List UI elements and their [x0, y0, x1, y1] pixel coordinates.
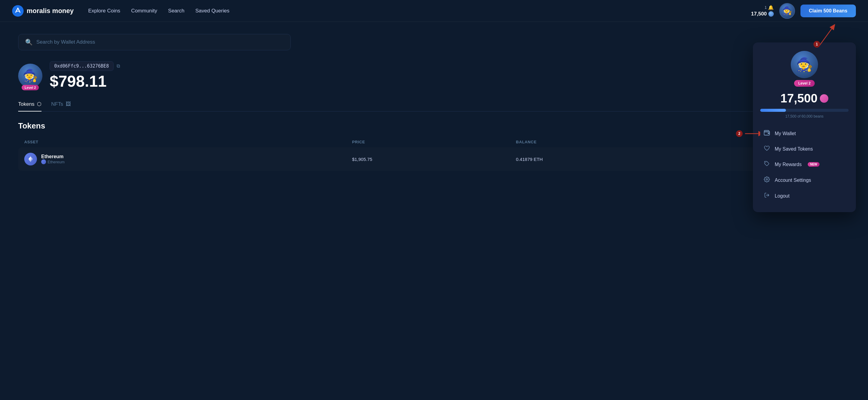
avatar-emoji: 🧙 — [782, 6, 792, 16]
nav-explore-coins[interactable]: Explore Coins — [88, 8, 120, 14]
progress-bar-container — [760, 109, 848, 112]
progress-label: 17,500 of 60,000 beans — [785, 114, 824, 118]
menu-item-my-rewards[interactable]: My Rewards NEW — [760, 157, 848, 172]
wallet-icon-svg — [764, 130, 770, 136]
nav-search[interactable]: Search — [168, 8, 184, 14]
tokens-label: Tokens — [18, 101, 34, 107]
account-settings-label: Account Settings — [775, 178, 811, 183]
wallet-info: 0xd06Ffc9...63276BE8 ⧉ $798.11 — [50, 61, 120, 90]
col-balance: BALANCE — [516, 140, 680, 144]
annotation-2-area: 2 — [736, 130, 760, 137]
logout-label: Logout — [775, 193, 789, 199]
logout-icon — [763, 193, 771, 199]
logo-text: moralis money — [27, 7, 73, 15]
claim-beans-button[interactable]: Claim 500 Beans — [801, 4, 856, 17]
beans-notification-count: 1 — [765, 5, 767, 10]
progress-bar-fill — [760, 109, 786, 112]
dropdown-avatar: 🧙 — [791, 51, 818, 78]
menu-item-logout[interactable]: Logout — [760, 188, 848, 204]
annotation-number-2: 2 — [736, 130, 743, 137]
search-placeholder: Search by Wallet Address — [36, 39, 95, 45]
header-right: 1 🔔 17,500 🧙 Claim 500 Beans — [751, 3, 856, 19]
asset-name: Ethereum — [41, 154, 64, 160]
menu-item-my-wallet[interactable]: 2 My Walle — [760, 126, 848, 141]
eth-svg — [27, 156, 34, 163]
my-wallet-label: My Wallet — [775, 131, 796, 136]
beans-notification: 1 🔔 — [765, 5, 774, 10]
main-nav: Explore Coins Community Search Saved Que… — [88, 8, 751, 14]
wallet-level-badge: Level 2 — [22, 85, 39, 90]
gear-icon — [763, 176, 771, 184]
beans-amount-value: 17,500 — [751, 11, 767, 17]
user-avatar-button[interactable]: 🧙 — [779, 3, 795, 19]
tab-tokens[interactable]: Tokens ⬡ — [18, 101, 41, 112]
col-asset: ASSET — [24, 140, 352, 144]
heart-icon — [763, 145, 771, 152]
beans-counter: 1 🔔 17,500 — [751, 5, 774, 17]
logo[interactable]: moralis money — [12, 5, 73, 17]
wallet-avatar: 🧙 Level 2 — [18, 64, 42, 88]
main-header: moralis money Explore Coins Community Se… — [0, 0, 868, 22]
nav-community[interactable]: Community — [131, 8, 157, 14]
asset-details: Ethereum Ethereum — [41, 154, 64, 164]
logout-icon-svg — [764, 193, 770, 198]
dropdown-beans-amount: 17,500 — [780, 91, 828, 105]
tokens-title: Tokens — [18, 121, 850, 131]
menu-item-account-settings[interactable]: Account Settings — [760, 172, 848, 188]
asset-sub: Ethereum — [41, 160, 64, 164]
svg-rect-10 — [768, 133, 769, 134]
notification-icon: 🔔 — [768, 5, 774, 10]
heart-icon-svg — [764, 145, 770, 151]
wallet-avatar-emoji: 🧙 — [23, 68, 38, 83]
gear-icon-svg — [764, 176, 770, 182]
nfts-icon: 🖼 — [66, 101, 71, 107]
dropdown-level-badge: Level 2 — [794, 80, 815, 87]
search-icon: 🔍 — [25, 38, 33, 46]
copy-address-icon[interactable]: ⧉ — [117, 63, 120, 69]
table-row[interactable]: Ethereum Ethereum $1,905.75 0.41879 ETH … — [18, 147, 850, 171]
bean-icon-header — [768, 11, 774, 17]
price-cell: $1,905.75 — [352, 157, 516, 162]
col-price: PRICE — [352, 140, 516, 144]
wallet-section: 🧙 Level 2 0xd06Ffc9...63276BE8 ⧉ $798.11 — [18, 61, 850, 90]
moralis-logo-icon — [12, 5, 24, 17]
dropdown-profile: 🧙 Level 2 17,500 17,500 of 60,000 beans — [760, 51, 848, 118]
wallet-address-row: 0xd06Ffc9...63276BE8 ⧉ — [50, 61, 120, 71]
main-content: 🔍 Search by Wallet Address 🧙 Level 2 0xd… — [0, 22, 868, 185]
arrow-annotation-2 — [744, 131, 760, 137]
ethereum-icon — [24, 153, 37, 166]
balance-cell: 0.41879 ETH — [516, 157, 680, 162]
search-bar[interactable]: 🔍 Search by Wallet Address — [18, 34, 291, 50]
user-dropdown-menu: 1 🧙 Level 2 17,500 17,500 of 60,000 bean… — [753, 42, 856, 212]
dropdown-beans-value: 17,500 — [780, 91, 817, 105]
wallet-menu-icon — [763, 130, 771, 137]
tab-nfts[interactable]: NFTs 🖼 — [51, 101, 71, 112]
wallet-balance: $798.11 — [50, 73, 120, 90]
dropdown-avatar-emoji: 🧙 — [796, 57, 813, 73]
menu-item-my-saved-tokens[interactable]: My Saved Tokens — [760, 141, 848, 157]
new-badge: NEW — [808, 162, 819, 167]
tokens-table-header: ASSET PRICE BALANCE — [18, 137, 850, 147]
wallet-tabs: Tokens ⬡ NFTs 🖼 — [18, 101, 850, 112]
search-bar-container: 🔍 Search by Wallet Address — [18, 34, 850, 50]
nfts-label: NFTs — [51, 101, 63, 107]
tag-icon-svg — [764, 161, 770, 166]
my-saved-tokens-label: My Saved Tokens — [775, 146, 813, 152]
my-rewards-label: My Rewards — [775, 162, 802, 167]
tag-icon — [763, 161, 771, 168]
tokens-icon: ⬡ — [37, 101, 41, 107]
wallet-address: 0xd06Ffc9...63276BE8 — [50, 61, 114, 71]
svg-point-11 — [765, 162, 766, 163]
nav-saved-queries[interactable]: Saved Queries — [195, 8, 229, 14]
asset-cell: Ethereum Ethereum — [24, 153, 352, 166]
bean-icon-dropdown — [820, 94, 828, 103]
beans-amount-display: 17,500 — [751, 11, 774, 17]
svg-point-12 — [766, 179, 768, 180]
eth-sub-icon — [41, 160, 46, 164]
